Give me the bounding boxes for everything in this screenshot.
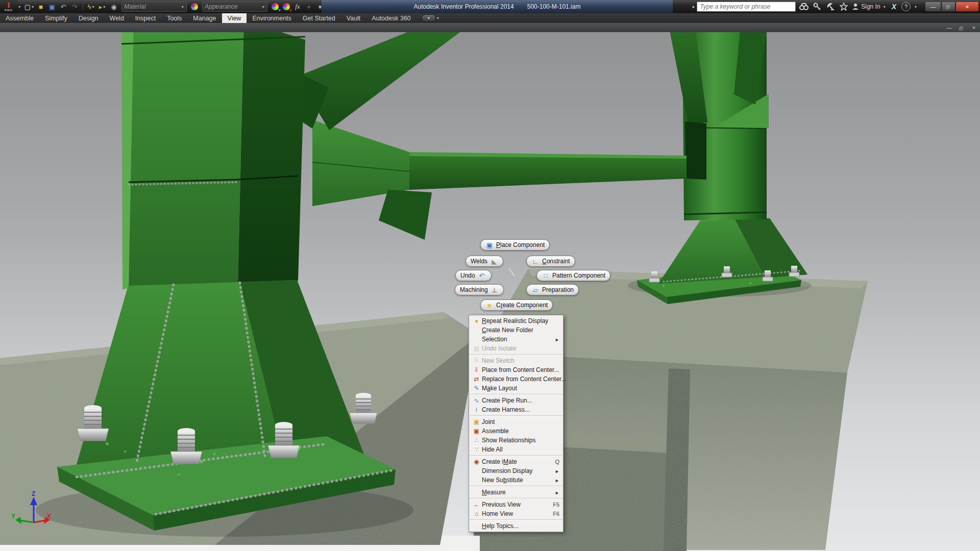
menu-separator xyxy=(470,354,562,355)
menu-item-place-from-content-center[interactable]: ⇩Place from Content Center... xyxy=(469,365,563,374)
shortcut-label: Q xyxy=(546,459,561,465)
constraint-button[interactable]: ∟Constraint xyxy=(526,256,575,267)
machining-button-label: Machining xyxy=(460,286,488,293)
menu-item-show-relationships[interactable]: ∴Show Relationships xyxy=(469,436,563,445)
menu-item-selection[interactable]: Selection► xyxy=(469,335,563,344)
restore-button[interactable]: □ xyxy=(941,2,955,12)
undo-icon[interactable]: ↶ xyxy=(58,2,68,12)
tab-environments[interactable]: Environments xyxy=(247,13,297,23)
sketch-icon: ✎ xyxy=(471,358,482,364)
doc-minimize-button[interactable]: — xyxy=(943,24,955,31)
inventor-logo-icon: I xyxy=(7,2,10,9)
select-icon[interactable]: ▸▾ xyxy=(97,2,108,12)
undo-button[interactable]: Undo↶ xyxy=(455,270,492,281)
menu-separator xyxy=(470,415,562,416)
create-component-button-label: Create Component xyxy=(496,302,548,309)
tab-vault[interactable]: Vault xyxy=(341,13,366,23)
tab-weld[interactable]: Weld xyxy=(104,13,130,23)
add-to-qat-icon[interactable]: + xyxy=(304,2,314,12)
menu-item-dimension-display[interactable]: Dimension Display► xyxy=(469,466,563,475)
menu-item-create-pipe-run[interactable]: ∿Create Pipe Run... xyxy=(469,396,563,405)
material-combo[interactable]: Material▾ xyxy=(121,2,187,12)
tab-assemble[interactable]: Assemble xyxy=(0,13,39,23)
menu-item-label: Replace from Content Center... xyxy=(482,375,566,383)
ribbon-collapse-button[interactable]: ▾ xyxy=(422,14,436,22)
document-window-band: — □ × xyxy=(0,23,980,32)
menu-item-new-substitute[interactable]: New Substitute► xyxy=(469,475,563,485)
sign-in-button[interactable]: Sign In ▾ xyxy=(852,3,886,10)
document-title: 500-100-M-101.iam xyxy=(527,3,581,10)
menu-item-help-topics[interactable]: Help Topics... xyxy=(469,521,563,531)
menu-item-create-new-folder[interactable]: Create New Folder xyxy=(469,325,563,335)
application-menu-button[interactable]: I PRO xyxy=(0,0,17,13)
favorites-star-icon[interactable] xyxy=(839,2,849,12)
menu-item-joint[interactable]: ▣Joint xyxy=(469,417,563,427)
sign-in-caret-icon: ▾ xyxy=(884,5,886,9)
menu-item-label: Assemble xyxy=(482,428,546,435)
communication-center-icon[interactable] xyxy=(825,2,836,12)
shortcut-label: F6 xyxy=(546,511,561,517)
new-file-icon[interactable]: ▢▾ xyxy=(24,2,35,12)
place-component-button[interactable]: ▣Place Component xyxy=(480,239,550,251)
menu-item-repeat-realistic-display[interactable]: ●Repeat Realistic Display xyxy=(469,316,563,325)
tab-tools[interactable]: Tools xyxy=(161,13,187,23)
imate-icon: ◉ xyxy=(471,459,482,465)
sign-in-key-icon[interactable] xyxy=(812,2,822,12)
create-component-button[interactable]: ■Create Component xyxy=(480,299,553,311)
submenu-arrow-icon: ► xyxy=(555,490,559,495)
menu-item-assemble[interactable]: ▣Assemble xyxy=(469,427,563,436)
menu-item-new-sketch: ✎New Sketch xyxy=(469,356,563,365)
minimize-button[interactable]: — xyxy=(925,2,941,12)
redo-icon[interactable]: ↷ xyxy=(69,2,80,12)
tab-get-started[interactable]: Get Started xyxy=(297,13,341,23)
appearance-combo[interactable]: Appearance▾ xyxy=(202,2,267,12)
machining-icon: ⊥ xyxy=(491,287,499,293)
menu-item-create-harness[interactable]: ≀Create Harness... xyxy=(469,405,563,414)
menu-item-replace-from-content-center[interactable]: ⇄Replace from Content Center... xyxy=(469,374,563,384)
pattern-component-button[interactable]: ∷Pattern Component xyxy=(536,270,610,281)
menu-item-label: Undo Isolate xyxy=(482,345,546,352)
help-search-input[interactable] xyxy=(697,2,796,12)
menu-item-label: Place from Content Center... xyxy=(482,366,559,373)
relationships-icon: ∴ xyxy=(471,437,482,443)
tab-manage[interactable]: Manage xyxy=(187,13,222,23)
menu-item-home-view[interactable]: ⌂Home ViewF6 xyxy=(469,509,563,518)
machining-button[interactable]: Machining⊥ xyxy=(455,284,504,295)
save-icon[interactable]: ▣ xyxy=(47,2,57,12)
menu-separator xyxy=(470,519,562,520)
parameters-fx-icon[interactable]: fx xyxy=(292,2,303,12)
tab-design[interactable]: Design xyxy=(73,13,104,23)
welds-button[interactable]: Welds◣ xyxy=(465,256,503,267)
hide-all-icon: ∵ xyxy=(471,446,482,453)
menu-item-previous-view[interactable]: ←Previous ViewF5 xyxy=(469,500,563,509)
tab-inspect[interactable]: Inspect xyxy=(130,13,161,23)
app-menu-caret-icon[interactable]: ▾ xyxy=(18,5,20,9)
preparation-button[interactable]: ▱Preparation xyxy=(526,284,579,295)
pattern-component-button-label: Pattern Component xyxy=(552,272,605,279)
titlebar: I PRO ▾ ▢▾■▣↶↷ϟ▾▸▾◉Material▾Appearance▾▾… xyxy=(0,0,980,13)
axis-x-label: X xyxy=(47,513,51,520)
menu-item-create-imate[interactable]: ◉Create iMateQ xyxy=(469,457,563,466)
doc-restore-button[interactable]: □ xyxy=(955,24,968,31)
tab-simplify[interactable]: Simplify xyxy=(39,13,73,23)
tab-view[interactable]: View xyxy=(222,13,247,23)
doc-close-button[interactable]: × xyxy=(968,24,980,31)
menu-item-make-layout[interactable]: ✎Make Layout xyxy=(469,384,563,393)
search-binoculars-icon[interactable] xyxy=(799,2,809,12)
adjust-appearance-icon[interactable]: ▾ xyxy=(270,2,280,12)
menu-item-measure[interactable]: Measure► xyxy=(469,488,563,497)
clear-appearance-icon[interactable]: × xyxy=(281,2,291,12)
close-button[interactable]: × xyxy=(955,2,979,12)
menu-item-hide-all[interactable]: ∵Hide All xyxy=(469,445,563,454)
appearance-wheel-icon[interactable] xyxy=(189,2,200,12)
layout-icon: ✎ xyxy=(471,385,482,391)
help-icon[interactable]: ? xyxy=(901,2,911,11)
exchange-apps-icon[interactable]: X xyxy=(890,3,898,11)
ribbon-collapse-caret-icon[interactable]: ▾ xyxy=(437,16,439,20)
material-sphere-icon[interactable]: ◉ xyxy=(109,2,119,12)
search-expander-icon[interactable]: ▸ xyxy=(693,4,695,9)
update-icon[interactable]: ϟ▾ xyxy=(86,2,96,12)
open-folder-icon[interactable]: ■ xyxy=(36,2,46,12)
tab-autodesk-360[interactable]: Autodesk 360 xyxy=(366,13,416,23)
help-caret-icon[interactable]: ▾ xyxy=(915,5,917,9)
